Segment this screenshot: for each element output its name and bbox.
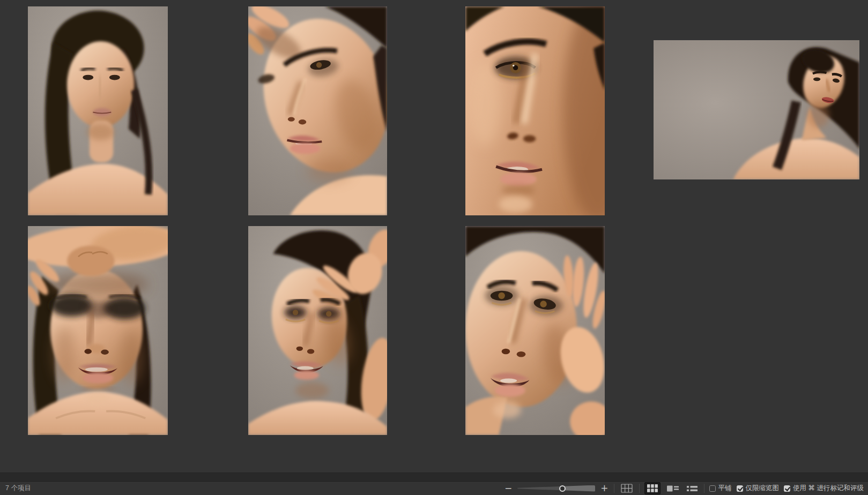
photo-art xyxy=(654,40,859,179)
thumbnail-grid-view-button[interactable] xyxy=(644,482,661,494)
item-count-label: 7 个项目 xyxy=(5,482,31,495)
thumbnail-size-slider[interactable] xyxy=(517,485,595,492)
checkbox-checked[interactable] xyxy=(737,485,743,492)
status-bar: 7 个项目 − + xyxy=(0,482,868,495)
thumbnail-only-checkbox-group[interactable]: 仅限缩览图 xyxy=(737,484,780,493)
photo-thumbnail-5[interactable] xyxy=(28,226,168,435)
divider xyxy=(614,484,614,493)
zoom-out-button[interactable]: − xyxy=(504,484,513,493)
photo-art xyxy=(465,226,605,435)
checkbox-label: 仅限缩览图 xyxy=(746,484,780,493)
checkbox-unchecked[interactable] xyxy=(709,485,716,492)
photo-thumbnail-3[interactable] xyxy=(465,6,605,215)
photo-thumbnail-6[interactable] xyxy=(248,226,387,435)
grid-outline-icon xyxy=(621,484,633,493)
photo-art xyxy=(465,6,605,215)
zoom-in-button[interactable]: + xyxy=(600,484,609,493)
photo-thumbnail-4[interactable] xyxy=(654,40,859,179)
photo-art xyxy=(28,226,168,435)
thumbnail-grid-icon xyxy=(647,484,658,492)
checkbox-label: 使用 ⌘ 进行标记和评级 xyxy=(793,484,864,493)
grid-lock-view-button[interactable] xyxy=(619,482,634,494)
slider-handle[interactable] xyxy=(559,485,566,492)
horizontal-scrollbar[interactable] xyxy=(0,472,868,482)
checkbox-label: 平铺 xyxy=(718,484,732,493)
details-view-button[interactable] xyxy=(665,482,680,494)
list-view-icon xyxy=(687,485,698,492)
slider-track[interactable] xyxy=(517,485,595,492)
content-grid xyxy=(0,0,868,472)
details-view-icon xyxy=(667,485,679,492)
photo-thumbnail-1[interactable] xyxy=(28,6,168,215)
photo-thumbnail-7[interactable] xyxy=(465,226,605,435)
list-view-button[interactable] xyxy=(685,482,699,494)
status-bar-controls: − + xyxy=(504,482,864,495)
app-window: { "content": { "photo_count": 7, "photos… xyxy=(0,0,868,495)
photo-art xyxy=(28,6,168,215)
checkbox-checked[interactable] xyxy=(784,485,790,492)
photo-art xyxy=(248,6,387,215)
flat-view-checkbox-group[interactable]: 平铺 xyxy=(709,484,732,493)
photo-art xyxy=(248,226,387,435)
photo-thumbnail-2[interactable] xyxy=(248,6,387,215)
divider xyxy=(704,484,704,493)
divider xyxy=(639,484,640,493)
cmd-rating-checkbox-group[interactable]: 使用 ⌘ 进行标记和评级 xyxy=(784,484,864,493)
